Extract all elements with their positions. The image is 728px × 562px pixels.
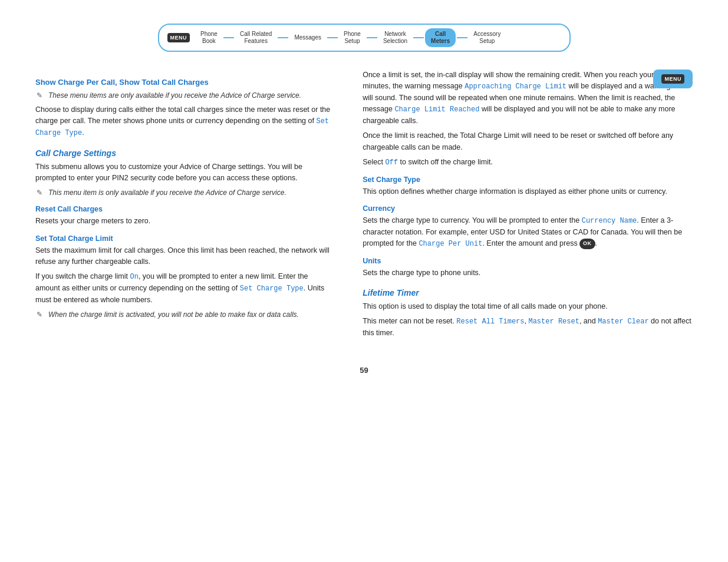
code-master-reset: Master Reset xyxy=(528,318,579,326)
code-charge-per-unit: Charge Per Unit xyxy=(419,240,482,248)
note-menu-item: This menu item is only available if you … xyxy=(35,187,333,198)
body-right-2: Once the limit is reached, the Total Cha… xyxy=(363,130,693,153)
nav-accessory-setup[interactable]: AccessorySetup xyxy=(469,31,505,45)
body-show-charge: Choose to display during calls either th… xyxy=(35,104,333,139)
code-off: Off xyxy=(385,158,398,167)
body-set-total-1: Sets the maximum limit for call charges.… xyxy=(35,245,333,268)
nav-phone-setup[interactable]: PhoneSetup xyxy=(339,31,365,45)
nav-network-selection[interactable]: NetworkSelection xyxy=(378,31,412,45)
content-area: Show Charge Per Call, Show Total Call Ch… xyxy=(0,70,728,342)
nav-sep-5 xyxy=(413,37,424,38)
left-column: Show Charge Per Call, Show Total Call Ch… xyxy=(35,70,351,342)
body-units: Sets the charge type to phone units. xyxy=(363,267,693,279)
code-approaching: Approaching Charge Limit xyxy=(465,82,566,91)
heading-show-charge: Show Charge Per Call, Show Total Call Ch… xyxy=(35,78,333,87)
nav-phone-book[interactable]: PhoneBook xyxy=(196,31,222,45)
heading-reset-call-charges: Reset Call Charges xyxy=(35,205,333,213)
body-set-charge-type: This option defines whether charge infor… xyxy=(363,186,693,197)
ok-button-inline: OK xyxy=(579,239,595,249)
nav-sep-1 xyxy=(223,37,234,38)
menu-button[interactable]: MENU xyxy=(167,33,190,42)
code-set-charge-type: Set Charge Type xyxy=(35,117,329,137)
heading-lifetime-timer: Lifetime Timer xyxy=(363,288,693,297)
body-right-1: Once a limit is set, the in-call display… xyxy=(363,70,693,127)
body-currency: Sets the charge type to currency. You wi… xyxy=(363,215,693,250)
code-set-charge-type-2: Set Charge Type xyxy=(240,285,304,293)
code-currency-name: Currency Name xyxy=(582,217,637,225)
note-advice-charge: These menu items are only available if y… xyxy=(35,90,333,101)
body-set-total-2: If you switch the charge limit On, you w… xyxy=(35,271,333,306)
heading-set-total-charge-limit: Set Total Charge Limit xyxy=(35,234,333,243)
body-lifetime-2: This meter can not be reset. Reset All T… xyxy=(363,316,693,339)
note-fax-data: When the charge limit is activated, you … xyxy=(35,309,333,320)
body-lifetime-1: This option is used to display the total… xyxy=(363,301,693,312)
nav-sep-4 xyxy=(367,37,377,38)
body-right-3: Select Off to switch off the charge limi… xyxy=(363,157,693,168)
nav-sep-3 xyxy=(327,37,338,38)
code-on: On xyxy=(130,273,138,281)
menu-btn-sidebar[interactable]: MENU xyxy=(653,70,693,88)
heading-units: Units xyxy=(363,257,693,265)
page-container: MENU PhoneBook Call RelatedFeatures Mess… xyxy=(0,0,728,562)
nav-sep-2 xyxy=(278,37,288,38)
nav-call-meters[interactable]: CallMeters xyxy=(425,28,456,47)
body-call-charge-settings: This submenu allows you to customize you… xyxy=(35,161,333,184)
code-reset-all-timers: Reset All Timers xyxy=(456,318,524,326)
body-reset-call-charges: Resets your charge meters to zero. xyxy=(35,216,333,227)
right-column: MENU Once a limit is set, the in-call di… xyxy=(351,70,693,342)
page-number: 59 xyxy=(0,366,728,375)
heading-call-charge-settings: Call Charge Settings xyxy=(35,148,333,158)
nav-bar: MENU PhoneBook Call RelatedFeatures Mess… xyxy=(158,24,571,52)
menu-btn-inner-label[interactable]: MENU xyxy=(661,74,684,84)
code-master-clear: Master Clear xyxy=(598,318,648,326)
nav-messages[interactable]: Messages xyxy=(289,34,326,41)
heading-set-charge-type: Set Charge Type xyxy=(363,176,693,184)
nav-sep-6 xyxy=(457,37,467,38)
code-charge-limit-reached: Charge Limit Reached xyxy=(394,105,479,114)
heading-currency: Currency xyxy=(363,204,693,213)
nav-call-related[interactable]: Call RelatedFeatures xyxy=(235,31,276,45)
